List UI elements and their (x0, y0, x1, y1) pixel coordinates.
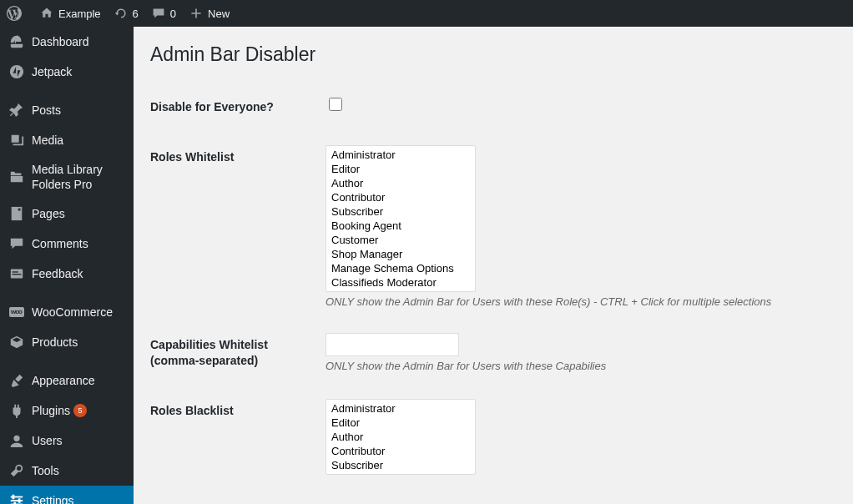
new-label: New (208, 8, 230, 20)
sidebar-item-posts[interactable]: Posts (0, 95, 134, 125)
role-option[interactable]: Author (328, 176, 473, 190)
sidebar-item-settings[interactable]: Settings (0, 486, 134, 504)
svg-rect-10 (18, 499, 21, 503)
sidebar-item-label: Plugins (32, 403, 70, 418)
roles-whitelist-label: Roles Whitelist (150, 133, 317, 320)
comments-count: 0 (170, 8, 176, 20)
folder-tree-icon (8, 169, 25, 185)
sidebar-item-label: Media (32, 133, 63, 148)
disable-everyone-label: Disable for Everyone? (150, 83, 317, 133)
sidebar-item-label: Jetpack (32, 64, 72, 79)
pin-icon (8, 102, 25, 118)
caps-whitelist-label: Capabilities Whitelist (comma-separated) (150, 320, 317, 386)
sidebar-item-label: Tools (32, 463, 59, 478)
svg-rect-7 (11, 500, 23, 501)
role-option[interactable]: Contributor (328, 190, 473, 204)
sidebar-item-label: Products (32, 335, 78, 350)
admin-sidebar: Dashboard Jetpack Posts Media Media Libr… (0, 27, 134, 504)
role-option[interactable]: Classifieds Moderator (328, 275, 473, 290)
settings-icon (8, 492, 25, 504)
role-option[interactable]: Shop Manager (328, 247, 473, 261)
role-option[interactable]: Manage Schema Options (328, 261, 473, 275)
roles-whitelist-select[interactable]: AdministratorEditorAuthorContributorSubs… (326, 145, 476, 292)
sidebar-item-comments[interactable]: Comments (0, 229, 134, 259)
media-icon (8, 132, 25, 149)
sidebar-item-label: Pages (32, 206, 65, 221)
sidebar-item-label: Comments (32, 236, 88, 251)
site-name: Example (58, 8, 101, 20)
jetpack-icon (8, 63, 25, 80)
sidebar-item-dashboard[interactable]: Dashboard (0, 27, 134, 57)
role-option[interactable]: Editor (328, 416, 473, 430)
feedback-icon (8, 265, 25, 282)
tools-icon (8, 462, 25, 479)
role-option[interactable]: Author (328, 430, 473, 444)
svg-rect-3 (13, 272, 18, 273)
roles-blacklist-label: Roles Blacklist (150, 386, 317, 487)
roles-whitelist-help: ONLY show the Admin Bar for Users with t… (326, 295, 828, 308)
role-option[interactable]: Subscriber (328, 458, 473, 472)
admin-bar: Example 6 0 New (0, 0, 853, 27)
plugins-icon (8, 402, 25, 419)
page-icon (8, 205, 25, 222)
updates-count: 6 (133, 8, 139, 20)
role-option[interactable]: Editor (328, 162, 473, 176)
sidebar-item-label: Dashboard (32, 34, 89, 49)
role-option[interactable]: Customer (328, 233, 473, 247)
wordpress-logo-icon (7, 6, 22, 21)
appearance-icon (8, 372, 25, 389)
sidebar-item-label: Users (32, 433, 63, 448)
main-content: Admin Bar Disabler Disable for Everyone?… (134, 0, 853, 504)
comment-icon (8, 235, 25, 252)
sidebar-item-media-library-folders[interactable]: Media Library Folders Pro (0, 155, 134, 199)
role-option[interactable]: Booking Agent (328, 219, 473, 233)
plus-icon (189, 7, 203, 20)
svg-rect-9 (13, 495, 15, 499)
sidebar-item-label: Appearance (32, 373, 95, 388)
sidebar-item-plugins[interactable]: Plugins 5 (0, 396, 134, 426)
role-option[interactable]: Administrator (328, 148, 473, 162)
comment-icon (152, 7, 165, 20)
sidebar-item-products[interactable]: Products (0, 327, 134, 357)
roles-blacklist-select[interactable]: AdministratorEditorAuthorContributorSubs… (326, 399, 476, 475)
sidebar-item-label: Feedback (32, 266, 83, 281)
sidebar-item-users[interactable]: Users (0, 426, 134, 456)
home-icon (40, 7, 53, 20)
sidebar-item-label: Settings (32, 493, 74, 504)
role-option[interactable]: Subscriber (328, 204, 473, 219)
comments-menu[interactable]: 0 (145, 0, 183, 27)
sidebar-item-label: Media Library Folders Pro (32, 162, 127, 192)
woocommerce-icon: woo (8, 304, 25, 320)
sidebar-item-woocommerce[interactable]: woo WooCommerce (0, 297, 134, 327)
svg-point-0 (10, 65, 23, 78)
disable-everyone-checkbox[interactable] (329, 98, 342, 111)
svg-rect-4 (13, 274, 22, 275)
dashboard-icon (8, 33, 25, 50)
wp-logo-menu[interactable] (0, 0, 33, 27)
products-icon (8, 334, 25, 350)
sidebar-item-jetpack[interactable]: Jetpack (0, 57, 134, 87)
sidebar-item-label: Posts (32, 103, 61, 118)
page-title: Admin Bar Disabler (150, 43, 836, 66)
caps-whitelist-input[interactable] (326, 333, 459, 356)
role-option[interactable]: Contributor (328, 444, 473, 458)
sidebar-item-tools[interactable]: Tools (0, 456, 134, 486)
sidebar-item-feedback[interactable]: Feedback (0, 259, 134, 289)
users-icon (8, 432, 25, 449)
role-option[interactable]: Administrator (328, 401, 473, 416)
svg-point-5 (13, 436, 19, 441)
sidebar-item-pages[interactable]: Pages (0, 199, 134, 229)
caps-whitelist-help: ONLY show the Admin Bar for Users with t… (326, 360, 828, 372)
sidebar-item-media[interactable]: Media (0, 125, 134, 155)
sidebar-item-appearance[interactable]: Appearance (0, 365, 134, 396)
plugins-update-badge: 5 (73, 404, 87, 417)
site-name-menu[interactable]: Example (33, 0, 108, 27)
sidebar-item-label: WooCommerce (32, 305, 113, 320)
updates-menu[interactable]: 6 (108, 0, 145, 27)
new-content-menu[interactable]: New (183, 0, 236, 27)
update-icon (114, 7, 128, 20)
settings-form: Disable for Everyone? Roles Whitelist Ad… (150, 83, 836, 487)
